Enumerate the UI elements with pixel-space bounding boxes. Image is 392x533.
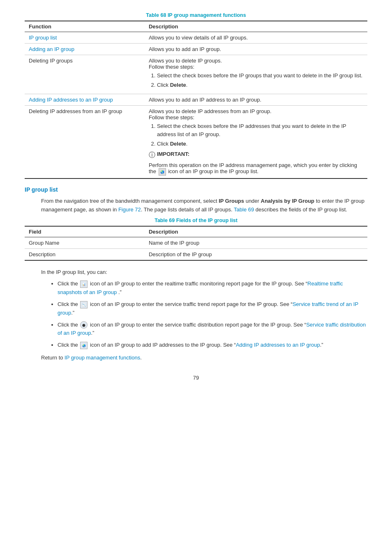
table68-row5-func: Deleting IP addresses from an IP group [25, 105, 145, 178]
important-label: IMPORTANT: [157, 151, 189, 157]
table68-row1-desc: Allows you to view details of all IP gro… [145, 32, 367, 44]
table68-row5-desc: Allows you to delete IP addresses from a… [145, 105, 367, 178]
table-row: IP group list Allows you to view details… [25, 32, 367, 44]
traffic-distribution-icon: ⬤ [80, 321, 88, 329]
return-text: Return to IP group management functions. [41, 354, 367, 362]
list-item: Click Delete. [157, 140, 363, 148]
list-item: Click the 📉 icon of an IP group to enter… [58, 300, 367, 317]
ip-group-list-para: From the navigation tree of the bandwidt… [41, 197, 367, 214]
add-ip-icon: 🌏 [80, 342, 88, 349]
important-text: Perform this operation on the IP address… [149, 162, 357, 174]
list-item: Click the 🌏 icon of an IP group to add I… [58, 341, 367, 350]
realtime-traffic-icon: 📊 [80, 280, 88, 288]
table69-col1-header: Field [25, 226, 145, 237]
table-row: Description Description of the IP group [25, 248, 367, 260]
traffic-trend-icon: 📉 [80, 301, 88, 308]
list-item: Click the ⬤ icon of an IP group to enter… [58, 321, 367, 338]
list-item: Select the check boxes before the IP add… [157, 122, 363, 139]
table69-link[interactable]: Table 69 [234, 206, 254, 213]
ip-group-mgmt-return-link[interactable]: IP group management functions [65, 355, 140, 361]
bullet-section-intro: In the IP group list, you can: [41, 268, 367, 277]
list-item: Select the check boxes before the IP gro… [157, 72, 363, 80]
table-row: Deleting IP groups Allows you to delete … [25, 55, 367, 94]
table69-caption: Table 69 Fields of the IP group list [25, 218, 367, 223]
table68-col1-header: Function [25, 21, 145, 32]
ip-group-list-link[interactable]: IP group list [29, 35, 57, 41]
table69-row1-desc: Name of the IP group [145, 237, 367, 248]
adding-ip-addresses-link[interactable]: Adding IP addresses to an IP group [29, 97, 113, 103]
table-row: Group Name Name of the IP group [25, 237, 367, 248]
ip-group-list-heading: IP group list [25, 186, 367, 193]
table68: Function Description IP group list Allow… [25, 21, 367, 179]
page-number: 79 [25, 375, 367, 381]
table68-row4-desc: Allows you to add an IP address to an IP… [145, 94, 367, 105]
table69-row1-field: Group Name [25, 237, 145, 248]
table68-col2-header: Description [145, 21, 367, 32]
table68-row3-func: Deleting IP groups [25, 55, 145, 94]
table69: Field Description Group Name Name of the… [25, 226, 367, 261]
table-row: Adding an IP group Allows you to add an … [25, 44, 367, 55]
table69-col2-header: Description [145, 226, 367, 237]
table-row: Deleting IP addresses from an IP group A… [25, 105, 367, 178]
adding-ip-addresses-link2[interactable]: Adding IP addresses to an IP group [236, 342, 320, 348]
table-row: Adding IP addresses to an IP group Allow… [25, 94, 367, 105]
list-item: Click the 📊 icon of an IP group to enter… [58, 280, 367, 297]
figure72-link[interactable]: Figure 72 [118, 206, 141, 213]
table69-row2-field: Description [25, 248, 145, 260]
table68-row2-desc: Allows you to add an IP group. [145, 44, 367, 55]
important-icon: ⓘ [149, 151, 155, 160]
list-item: Click Delete. [157, 81, 363, 90]
ip-group-actions-list: Click the 📊 icon of an IP group to enter… [58, 280, 367, 350]
table68-row3-desc: Allows you to delete IP groups. Follow t… [145, 55, 367, 94]
ip-manage-icon: 🌏 [159, 168, 166, 176]
table68-caption: Table 68 IP group management functions [25, 12, 367, 18]
adding-ip-group-link[interactable]: Adding an IP group [29, 46, 74, 52]
table69-row2-desc: Description of the IP group [145, 248, 367, 260]
